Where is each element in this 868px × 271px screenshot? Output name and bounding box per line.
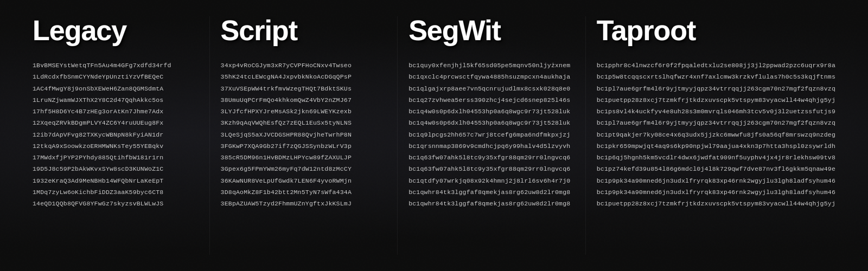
script-address-item[interactable]: 34xp4vRoCGJym3xR7yCVPFHoCNxv4Twseo (221, 60, 387, 71)
legacy-address-item[interactable]: 1MDq7zyLw6oKichbFiDDZ3aaK59byc6CT8 (33, 186, 199, 198)
script-address-item[interactable]: 385cR5DM96n1HvBDMzLHPYcw89fZAXULJP (221, 152, 387, 163)
taproot-address-item[interactable]: bc1p5w8tcqqscxrtslhqfwzr4xnf7axlcmw3krzk… (597, 71, 835, 82)
script-address-item[interactable]: 37XuVSEpWW4trkfmvWzegTHQt7BdktSKUs (221, 83, 387, 94)
legacy-address-item[interactable]: 12XqeqZRVkBDgmPLVY4ZC6Y4ruUUEug8Fx (33, 117, 199, 128)
legacy-address-item[interactable]: 1932eKraQ3Ad9MeNBHb14WFQbNrLaKeEpT (33, 175, 199, 186)
script-address-item[interactable]: 3Kzh9qAqVWQhEsfQz7zEQL1EuSx5tyNLNS (221, 117, 387, 128)
taproot-address-item[interactable]: bc1pl7aue6grfm4l6r9yjtmyyjqpz34vtrrqqjj2… (597, 83, 835, 94)
column-segwit: SegWitbc1quy0xfenjhjl5kf65sd05pe5mqnv50n… (398, 16, 586, 255)
taproot-address-item[interactable]: bc1ps8vl4k4uckfyv4e8uh28s3m0mvrqls046mh3… (597, 106, 835, 117)
taproot-address-item[interactable]: bc1puetpp28z8xcj7tzmkfrjtkdzxuvscpk5vtsp… (597, 198, 835, 209)
script-address-item[interactable]: 3FGKwP7XQA9Gb27if7zQGJSSynbzWLrV3p (221, 140, 387, 152)
taproot-address-item[interactable]: bc1p9pk34a90mned6jn3udxlfryrqk83xp46rnk2… (597, 175, 835, 186)
script-address-item[interactable]: 38UmuUqPCrFmQo4khkomQwZ4VbY2nZMJ67 (221, 94, 387, 106)
legacy-address-item[interactable]: 1AC4fMwgY8j9onSbXEWeH6Zan8QGMSdmtA (33, 83, 199, 94)
taproot-address-item[interactable]: bc1pkr659mpwjqt4aq9s6kp90npjwl79aajua4xk… (597, 140, 835, 152)
legacy-address-item[interactable]: 1LruNZjwamWJXThX2Y8C2d47QqhAkkc5os (33, 94, 199, 106)
column-taproot: Taprootbc1pphr8c4lnwzcf6r0f2fpqaledtxlu2… (586, 16, 846, 255)
segwit-address-item[interactable]: bc1q4w0s0p6dxlh04553hp0a6q8wgc9r73jt528l… (409, 106, 575, 117)
legacy-address-item[interactable]: 12ib7dApVFvg82TXKycWBNpN8kFyiAN1dr (33, 129, 199, 140)
script-address-item[interactable]: 3Gpex6g5FPmYWm26myFq7dW12ntd8zMcCY (221, 163, 387, 175)
column-script: Script34xp4vRoCGJym3xR7yCVPFHoCNxv4Twseo… (210, 16, 398, 255)
segwit-address-item[interactable]: bc1qxclc4prcwsctfqywa4885hsuzmpcxn4aukha… (409, 71, 575, 82)
legacy-address-list: 1BvBMSEYstWetqTFn5Au4m4GFg7xdfd34rfd1LdR… (33, 60, 199, 209)
segwit-address-item[interactable]: bc1qtdfy07wrkjq08x92k4hmnj2j8lrl6sv6h4r7… (409, 175, 575, 186)
taproot-header: Taproot (597, 16, 835, 44)
segwit-address-item[interactable]: bc1quy0xfenjhjl5kf65sd05pe5mqnv50nljyżxn… (409, 60, 575, 71)
segwit-address-item[interactable]: bc1qwhr84tk3lggfaf8qmekjas8rg62uw8d2lr0m… (409, 198, 575, 209)
script-address-item[interactable]: 35hK24tcLEWcgNA4JxpvbkNkoAcDGqQPsP (221, 71, 387, 82)
legacy-address-item[interactable]: 19D5J8c59P2bAkWKvxSYw8scD3KUNWoZ1C (33, 163, 199, 175)
taproot-address-item[interactable]: bc1pz74kefd39u854l86g6mdcl0j4l8k729qwf7d… (597, 163, 835, 175)
legacy-address-item[interactable]: 17MWdxfjPYP2PYhdy885QtihfbW181r1rn (33, 152, 199, 163)
column-legacy: Legacy1BvBMSEYstWetqTFn5Au4m4GFg7xdfd34r… (22, 16, 210, 255)
script-address-list: 34xp4vRoCGJym3xR7yCVPFHoCNxv4Twseo35hK24… (221, 60, 387, 209)
taproot-address-item[interactable]: bc1p9pk34a90mned6jn3udxlfryrqk83xp46rnk2… (597, 186, 835, 198)
legacy-address-item[interactable]: 12tkqA9xSoowkzoERHMWNKsTey55YEBqkv (33, 140, 199, 152)
script-header: Script (221, 16, 387, 44)
main-container: Legacy1BvBMSEYstWetqTFn5Au4m4GFg7xdfd34r… (0, 0, 868, 271)
taproot-address-item[interactable]: bc1p6qj5hgnh5km5vcdlr4dwx6jwdfat909nf5uy… (597, 152, 835, 163)
segwit-address-item[interactable]: bc1q4w0s0p6dxlh04553hp0a6q8wgc9r73jt528l… (409, 117, 575, 128)
taproot-address-list: bc1pphr8c4lnwzcf6r0f2fpqaledtxlu2se808jj… (597, 60, 835, 209)
segwit-address-item[interactable]: bc1q63fw07ahk5l8tc9y35xfgr88qm29rr0lngvc… (409, 152, 575, 163)
taproot-address-item[interactable]: bc1pt9qakjer7ky08ce4x6q3udx5jjzkc6mwwfu8… (597, 129, 835, 140)
segwit-address-list: bc1quy0xfenjhjl5kf65sd05pe5mqnv50nljyżxn… (409, 60, 575, 209)
script-address-item[interactable]: 3LYJfcfHPXYJreMsASk2jkn69LWEYKzexb (221, 106, 387, 117)
script-address-item[interactable]: 36KAwNUR8VeLpUfGwdk7LEN6F4yvoRWMjn (221, 175, 387, 186)
legacy-header: Legacy (33, 16, 199, 44)
segwit-header: SegWit (409, 16, 575, 44)
segwit-address-item[interactable]: bc1q27zvhwea5erss390zhcj4sejcd6snep825l4… (409, 94, 575, 106)
segwit-address-item[interactable]: bc1q63fw07ahk5l8tc9y35xfgr88qm29rr0lngvc… (409, 163, 575, 175)
legacy-address-item[interactable]: 1LdRcdxfbSnmCYYNdeYpUnztiYzVfBEQeC (33, 71, 199, 82)
taproot-address-item[interactable]: bc1pphr8c4lnwzcf6r0f2fpqaledtxlu2se808jj… (597, 60, 835, 71)
script-address-item[interactable]: 3LQeSjqS5aXJVCDGSHPR88QvjheTwrhP8N (221, 129, 387, 140)
taproot-address-item[interactable]: bc1pl7aue6grfm4l6r9yjtmyyjqpz34vtrrqqjj2… (597, 117, 835, 128)
segwit-address-item[interactable]: bc1qwhr84tk3lggfaf8qmekjas8rg62uw8d2lr0m… (409, 186, 575, 198)
legacy-address-item[interactable]: 17hf5H8D6Yc4B7zHEg3orAtKn7Jhme7Adx (33, 106, 199, 117)
segwit-address-item[interactable]: bc1qrsnnmap3869v9cmdhcjpq6y99halv4d5lzvy… (409, 140, 575, 152)
legacy-address-item[interactable]: 1BvBMSEYstWetqTFn5Au4m4GFg7xdfd34rfd (33, 60, 199, 71)
script-address-item[interactable]: 3EBpAZUAW5Tzyd2FhmmUZnYgftxJkKSLmJ (221, 198, 387, 209)
segwit-address-item[interactable]: bc1qlgajxrp8aee7vn5qcnrujudlmx8csxk028q8… (409, 83, 575, 94)
script-address-item[interactable]: 3D8qAoMkZ8F1b42btt2Mn5TyN7sWfa434A (221, 186, 387, 198)
segwit-address-item[interactable]: bc1q9lpcgs2hh657c7wrj8tcefg6mpa6ndfmkpxj… (409, 129, 575, 140)
taproot-address-item[interactable]: bc1puetpp28z8xcj7tzmkfrjtkdzxuvscpk5vtsp… (597, 94, 835, 106)
legacy-address-item[interactable]: 14eQD1QQb8QFVG8YFwGz7skyzsvBLWLwJS (33, 198, 199, 209)
